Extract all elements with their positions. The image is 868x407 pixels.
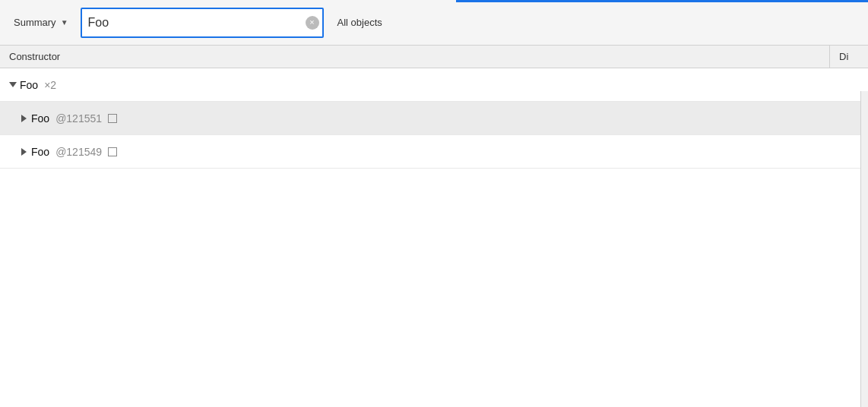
item-id: @121551 [55, 112, 102, 125]
group-row[interactable]: Foo ×2 [0, 68, 868, 102]
group-count: ×2 [44, 79, 56, 91]
search-input[interactable] [81, 8, 324, 38]
table-header: Constructor Di [0, 46, 868, 68]
rows-container: Foo ×2 Foo @121551 Foo @121549 [0, 68, 868, 407]
item-name: Foo [31, 112, 49, 125]
expand-icon [9, 82, 17, 87]
table-row[interactable]: Foo @121549 [0, 135, 868, 169]
search-input-wrapper: × [81, 8, 324, 38]
chevron-down-icon: ▼ [61, 18, 68, 27]
item-name: Foo [31, 146, 49, 158]
summary-label: Summary [14, 17, 56, 28]
expand-icon [21, 148, 27, 156]
expand-icon [21, 115, 27, 122]
main-content: Constructor Di Foo ×2 Foo @121551 Foo @1… [0, 46, 868, 407]
retainer-icon [108, 147, 117, 156]
distance-column-header: Di [830, 46, 868, 68]
table-row[interactable]: Foo @121551 [0, 102, 868, 135]
retainer-icon [108, 114, 117, 123]
scrollbar[interactable] [860, 91, 868, 407]
toolbar: Summary ▼ × All objects [0, 0, 868, 46]
clear-search-button[interactable]: × [306, 16, 319, 30]
summary-dropdown[interactable]: Summary ▼ [9, 14, 73, 31]
group-name: Foo [20, 79, 38, 91]
constructor-column-header: Constructor [0, 46, 830, 68]
item-id: @121549 [55, 146, 102, 158]
all-objects-tab[interactable]: All objects [331, 14, 388, 31]
